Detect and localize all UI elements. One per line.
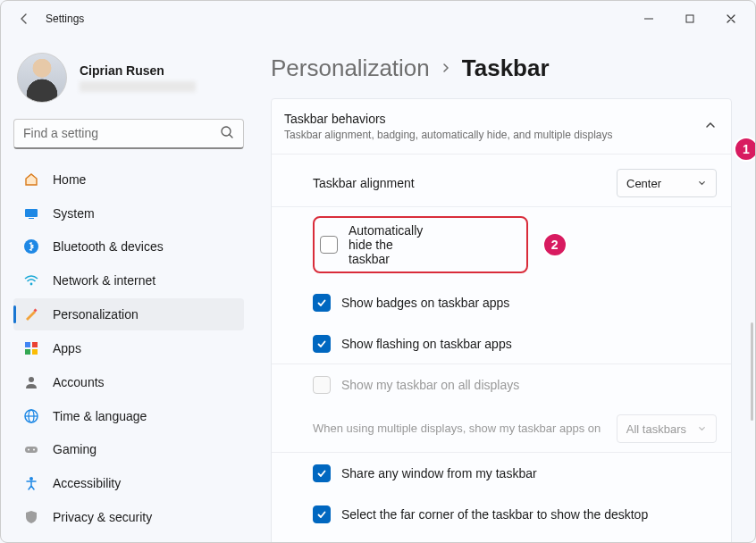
sidebar-item-label: Accounts [53,375,105,389]
wifi-icon [22,272,40,289]
time-language-icon [22,407,40,425]
sidebar-item-bluetooth[interactable]: Bluetooth & devices [13,231,244,263]
row-label: When using multiple displays, show my ta… [313,421,606,437]
row-label: Automatically hide the taskbar [349,223,423,266]
show-badges-checkbox[interactable] [313,294,331,312]
avatar [17,53,67,103]
share-window-checkbox[interactable] [313,464,331,482]
svg-rect-9 [25,342,30,347]
all-displays-checkbox [313,376,331,394]
sidebar: Ciprian Rusen Home System Bluetooth & de… [1,37,256,542]
titlebar: Settings [1,1,755,37]
sidebar-item-accessibility[interactable]: Accessibility [13,467,244,499]
sidebar-item-accounts[interactable]: Accounts [13,366,244,398]
system-icon [22,205,40,222]
svg-point-18 [28,449,29,451]
svg-rect-1 [686,15,693,22]
row-show-seconds: Show seconds in system tray clock (uses … [272,535,731,542]
annotation-highlight-box: Automatically hide the taskbar [313,216,528,273]
far-corner-checkbox[interactable] [313,505,331,523]
profile[interactable]: Ciprian Rusen [17,53,240,103]
accessibility-icon [22,474,40,492]
row-label: Taskbar alignment [313,176,606,190]
window-title: Settings [46,13,84,25]
home-icon [22,171,40,188]
profile-email-redacted [80,81,196,92]
sidebar-item-label: Accessibility [53,476,121,490]
accounts-icon [22,373,40,391]
sidebar-item-gaming[interactable]: Gaming [13,433,244,465]
maximize-button[interactable] [669,4,710,33]
breadcrumb: Personalization Taskbar [271,54,732,82]
sidebar-item-label: Bluetooth & devices [53,239,164,254]
multi-display-dropdown: All taskbars [617,414,717,443]
sidebar-item-label: Privacy & security [53,510,152,524]
row-flashing: Show flashing on taskbar apps [272,323,731,364]
sidebar-item-label: Network & internet [53,273,155,288]
annotation-badge-2: 2 [542,232,567,257]
breadcrumb-parent[interactable]: Personalization [271,54,430,82]
svg-rect-17 [25,447,38,453]
chevron-up-icon [704,119,717,134]
close-button[interactable] [710,4,752,33]
chevron-right-icon [441,61,451,77]
sidebar-item-system[interactable]: System [13,197,244,230]
row-label: Show flashing on taskbar apps [341,337,717,351]
row-label: Share any window from my taskbar [341,466,717,480]
row-taskbar-alignment: Taskbar alignment Center [272,160,731,207]
svg-rect-10 [32,342,38,347]
chevron-down-icon [697,177,707,190]
search-input[interactable] [23,126,220,140]
auto-hide-checkbox[interactable] [320,236,338,254]
row-label: Select the far corner of the taskbar to … [341,507,717,522]
svg-rect-4 [25,209,38,217]
row-share-window: Share any window from my taskbar [272,453,731,494]
sidebar-item-personalization[interactable]: Personalization [13,298,244,330]
search-icon [220,125,234,142]
dropdown-value: Center [626,177,661,190]
svg-point-7 [30,283,33,286]
chevron-down-icon [697,422,707,436]
apps-icon [22,339,40,357]
scrollbar[interactable] [751,322,753,421]
section-header[interactable]: Taskbar behaviors Taskbar alignment, bad… [272,99,731,154]
svg-point-13 [29,377,34,382]
search-box[interactable] [13,119,244,149]
bluetooth-icon [22,238,40,255]
svg-rect-12 [32,349,38,355]
row-badges: Show badges on taskbar apps [272,282,731,323]
sidebar-item-label: Gaming [53,442,97,456]
svg-point-2 [222,127,231,136]
back-button[interactable] [15,10,33,28]
sidebar-item-label: Personalization [53,307,139,322]
breadcrumb-current: Taskbar [462,54,550,82]
row-auto-hide: Automatically hide the taskbar 2 [272,207,731,282]
section-title: Taskbar behaviors [284,112,693,126]
sidebar-item-network[interactable]: Network & internet [13,264,244,297]
taskbar-behaviors-section: Taskbar behaviors Taskbar alignment, bad… [271,98,732,542]
sidebar-item-label: Home [53,172,86,187]
row-label: Show badges on taskbar apps [341,296,717,310]
row-label: Show my taskbar on all displays [341,378,717,392]
minimize-button[interactable] [628,4,669,33]
svg-point-19 [33,449,35,451]
sidebar-item-label: System [53,206,95,221]
sidebar-item-apps[interactable]: Apps [13,332,244,364]
profile-name: Ciprian Rusen [80,63,196,78]
sidebar-item-privacy-security[interactable]: Privacy & security [13,501,244,533]
gaming-icon [22,440,40,458]
annotation-badge-1: 1 [734,137,755,162]
sidebar-item-label: Time & language [53,409,147,423]
taskbar-alignment-dropdown[interactable]: Center [617,169,717,197]
svg-point-20 [29,477,33,480]
svg-rect-11 [25,349,30,355]
sidebar-item-home[interactable]: Home [13,163,244,196]
svg-rect-5 [29,218,34,219]
show-flashing-checkbox[interactable] [313,335,331,353]
shield-icon [22,508,40,526]
section-subtitle: Taskbar alignment, badging, automaticall… [284,129,693,141]
svg-line-3 [230,135,232,138]
sidebar-item-time-language[interactable]: Time & language [13,400,244,432]
row-all-displays: Show my taskbar on all displays [272,364,731,405]
sidebar-item-label: Apps [53,341,81,355]
